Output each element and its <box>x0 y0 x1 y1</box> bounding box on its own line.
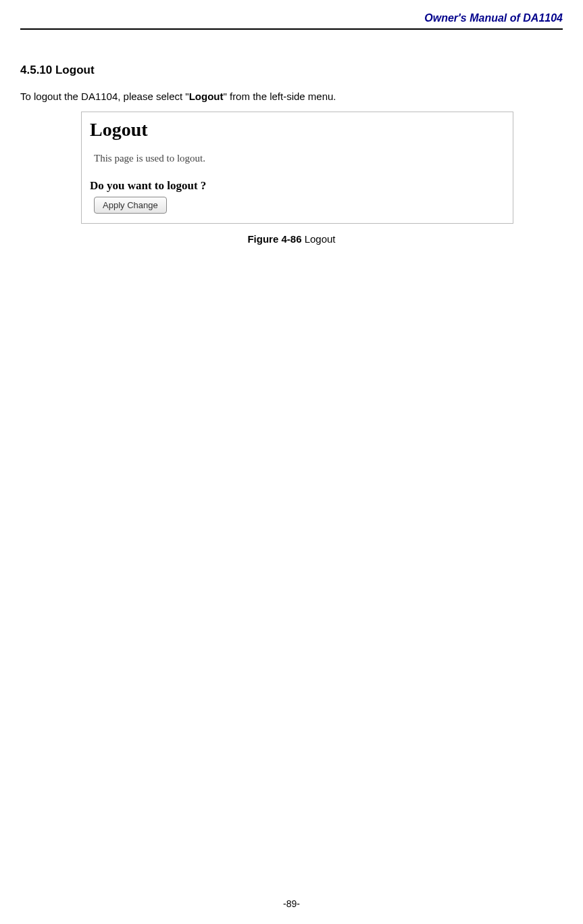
logout-screenshot: Logout This page is used to logout. Do y… <box>81 112 513 224</box>
figure-label: Figure 4-86 <box>247 233 301 245</box>
section-heading: 4.5.10 Logout <box>20 64 563 77</box>
header-title: Owner's Manual of DA1104 <box>20 0 563 24</box>
header-divider <box>20 28 563 30</box>
logout-question: Do you want to logout ? <box>90 179 505 193</box>
intro-suffix: " from the left-side menu. <box>223 91 336 102</box>
figure-caption-text: Logout <box>301 233 335 245</box>
logout-title: Logout <box>90 119 505 141</box>
intro-paragraph: To logout the DA1104, please select "Log… <box>20 91 563 102</box>
apply-change-button[interactable]: Apply Change <box>94 197 167 214</box>
intro-bold: Logout <box>189 91 224 102</box>
intro-prefix: To logout the DA1104, please select " <box>20 91 189 102</box>
figure-caption: Figure 4-86 Logout <box>20 233 563 245</box>
page-number: -89- <box>0 898 583 909</box>
logout-description: This page is used to logout. <box>90 153 505 164</box>
